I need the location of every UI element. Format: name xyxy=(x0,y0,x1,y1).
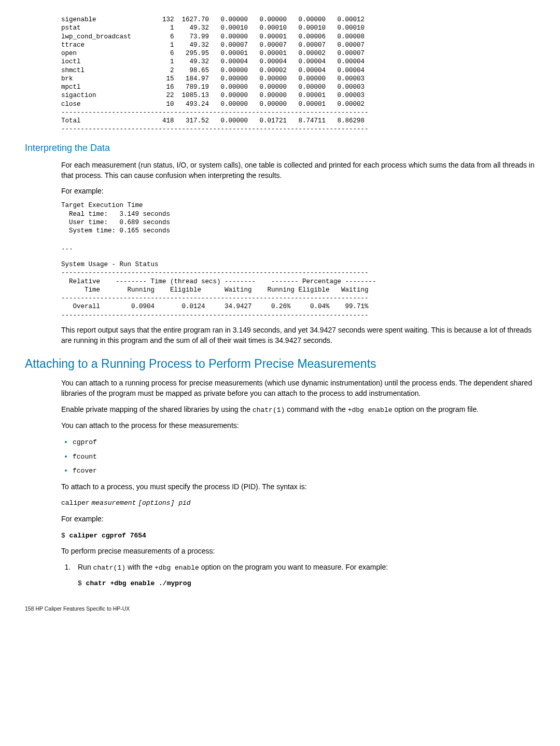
p2-mid: command with the xyxy=(285,405,347,413)
syntax-opts: [options] pid xyxy=(138,499,190,507)
runstatus-table: ----------------------------------------… xyxy=(61,269,535,320)
steps-list: Run chatr(1) with the +dbg enable option… xyxy=(61,562,535,589)
para-attach-3: You can attach to the process for these … xyxy=(61,420,535,431)
list-item: fcount xyxy=(73,451,535,462)
s1-code1: chatr(1) xyxy=(93,564,125,572)
p2-code1: chatr(1) xyxy=(253,406,285,414)
list-item: fcover xyxy=(73,465,535,476)
para-attach-1: You can attach to a running process for … xyxy=(61,378,535,399)
precise-intro: To perform precise measurements of a pro… xyxy=(61,546,535,556)
s1-post: option on the program you want to measur… xyxy=(199,563,388,571)
example-prefix: $ xyxy=(61,532,69,540)
example-cmd: caliper cgprof 7654 xyxy=(69,532,146,540)
syntax-cmd: caliper xyxy=(61,499,90,507)
s1-code2: +dbg enable xyxy=(155,564,199,572)
heading-attaching: Attaching to a Running Process to Perfor… xyxy=(25,355,535,372)
p2-pre: Enable private mapping of the shared lib… xyxy=(61,405,253,413)
for-example-1: For example: xyxy=(61,186,535,196)
example-cmd-line: $ caliper cgprof 7654 xyxy=(61,530,535,541)
s1-cmd-prefix: $ xyxy=(78,579,86,587)
syntax-line: caliper measurement [options] pid xyxy=(61,497,535,508)
bullet-2: fcover xyxy=(73,467,97,475)
bullet-1: fcount xyxy=(73,453,97,461)
attach-intro: To attach to a process, you must specify… xyxy=(61,481,535,492)
para-interpret-1: For each measurement (run status, I/O, o… xyxy=(61,160,535,181)
para-interpret-2: This report output says that the entire … xyxy=(61,325,535,346)
list-item: cgprof xyxy=(73,436,535,448)
s1-pre: Run xyxy=(78,563,93,571)
s1-mid: with the xyxy=(125,563,155,571)
s1-cmd: chatr +dbg enable ./myprog xyxy=(86,579,191,587)
exec-time-block: Target Execution Time Real time: 3.149 s… xyxy=(61,201,535,269)
bullet-0: cgprof xyxy=(73,438,97,446)
p2-post: option on the program file. xyxy=(393,405,479,413)
measurement-list: cgprof fcount fcover xyxy=(61,436,535,477)
for-example-2: For example: xyxy=(61,514,535,524)
page-footer: 158 HP Caliper Features Specific to HP-U… xyxy=(25,605,535,613)
syntax-meas: measurement xyxy=(92,499,136,507)
para-attach-2: Enable private mapping of the shared lib… xyxy=(61,404,535,416)
step-1: Run chatr(1) with the +dbg enable option… xyxy=(73,562,535,589)
p2-code2: +dbg enable xyxy=(348,406,393,414)
heading-interpreting: Interpreting the Data xyxy=(25,141,535,155)
syscall-table: sigenable 132 1627.70 0.00000 0.00000 0.… xyxy=(61,16,535,134)
